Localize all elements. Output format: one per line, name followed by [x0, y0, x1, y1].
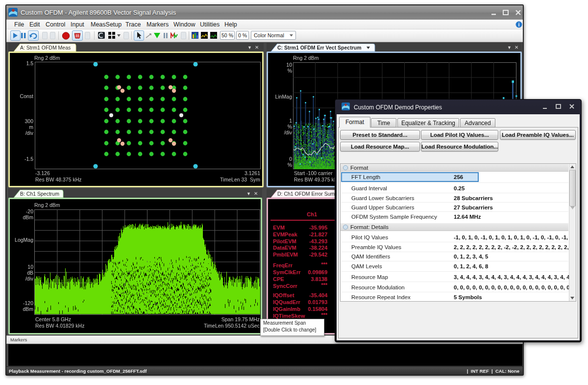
svg-text:i: i: [518, 22, 520, 27]
